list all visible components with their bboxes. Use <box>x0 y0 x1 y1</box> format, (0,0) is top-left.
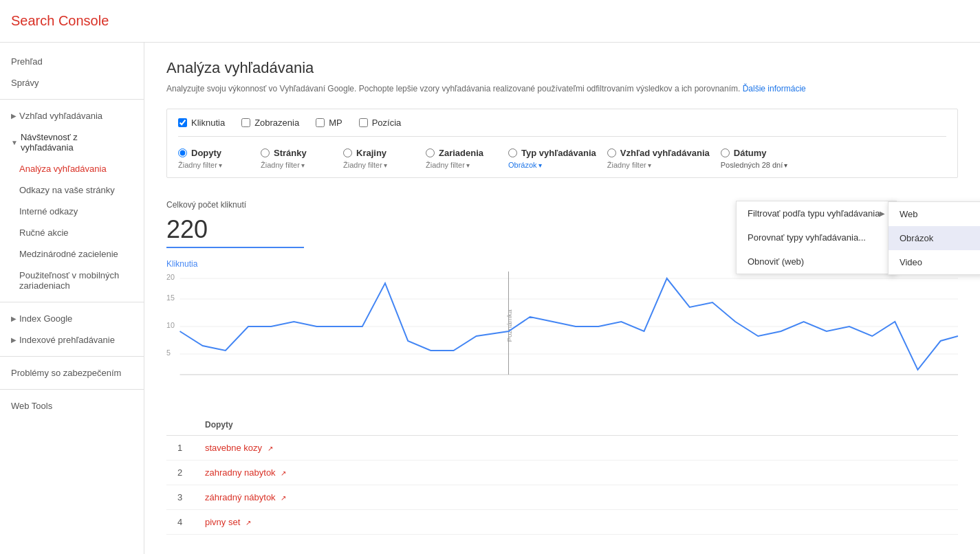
sidebar: Prehľad Správy ▶ Vzhľad vyhľadávania ▼ N… <box>0 43 144 554</box>
chevron-typ: ▾ <box>538 162 542 169</box>
app-title: Search Console <box>11 13 109 29</box>
checkbox-mp[interactable]: MP <box>316 118 342 128</box>
svg-text:5: 5 <box>166 348 171 357</box>
table-row: 1 stavebne kozy ↗ <box>166 436 958 461</box>
expand-icon-index: ▶ <box>11 315 17 322</box>
sidebar-item-vzhlad[interactable]: ▶ Vzhľad vyhľadávania <box>0 105 144 126</box>
filter-radios-row: Dopyty Žiadny filter ▾ Stránky Žiadny fi… <box>178 148 946 169</box>
sidebar-item-rucne[interactable]: Ručné akcie <box>0 222 144 243</box>
sidebar-item-prehlad[interactable]: Prehľad <box>0 51 144 72</box>
dropdown-overlay: Filtrovať podľa typu vyhľadávania ▶ Web … <box>736 201 897 274</box>
dropdown-item-refresh[interactable]: Obnoviť (web) <box>737 250 896 274</box>
checkbox-kliknutia[interactable]: Kliknutia <box>178 118 225 128</box>
filter-dropdown-zariadenia[interactable]: Žiadny filter ▾ <box>426 161 497 169</box>
layout: Prehľad Správy ▶ Vzhľad vyhľadávania ▼ N… <box>0 43 980 554</box>
submenu-item-video[interactable]: Video <box>889 250 980 274</box>
row-query[interactable]: pivny set ↗ <box>194 510 958 535</box>
more-info-link[interactable]: Ďalšie informácie <box>743 84 806 93</box>
submenu-item-web[interactable]: Web <box>889 202 980 226</box>
chevron-stranky: ▾ <box>301 162 305 169</box>
external-link-icon: ↗ <box>246 519 251 527</box>
radio-typ[interactable]: Typ vyhľadávania <box>508 148 596 158</box>
data-table: Dopyty 1 stavebne kozy ↗ 2 zahradny naby… <box>166 414 958 535</box>
filter-dropdown-dopyty[interactable]: Žiadny filter ▾ <box>178 161 250 169</box>
chart-container: 20 15 10 5 Poznámka <box>166 272 958 381</box>
sidebar-item-pouzitelnost[interactable]: Použiteľnosť v mobilných zariadeniach <box>0 265 144 296</box>
row-number: 1 <box>166 436 194 461</box>
sidebar-item-indexove[interactable]: ▶ Indexové prehľadávanie <box>0 329 144 351</box>
chevron-datumy: ▾ <box>784 162 787 169</box>
radio-group-zariadenia: Zariadenia Žiadny filter ▾ <box>426 148 508 169</box>
radio-group-dopyty: Dopyty Žiadny filter ▾ <box>178 148 261 169</box>
filter-checkboxes-row: Kliknutia Zobrazenia MP Pozícia <box>178 118 946 137</box>
chevron-krajiny: ▾ <box>384 162 387 169</box>
dropdown-item-compare[interactable]: Porovnať typy vyhľadávania... <box>737 225 896 250</box>
svg-text:Poznámka: Poznámka <box>505 309 513 342</box>
radio-datumy[interactable]: Dátumy <box>721 148 820 158</box>
row-number: 3 <box>166 485 194 510</box>
sidebar-item-index-google[interactable]: ▶ Index Google <box>0 308 144 329</box>
sidebar-item-medzinarodne[interactable]: Medzinárodné zacielenie <box>0 243 144 265</box>
radio-group-vzhlad: Vzhľad vyhľadávania Žiadny filter ▾ <box>607 148 721 169</box>
external-link-icon: ↗ <box>281 494 286 502</box>
chevron-zariadenia: ▾ <box>466 162 470 169</box>
radio-stranky[interactable]: Stránky <box>261 148 332 158</box>
sidebar-divider-1 <box>0 99 144 100</box>
filter-dropdown-typ[interactable]: Obrázok ▾ <box>508 161 596 169</box>
filter-bar: Kliknutia Zobrazenia MP Pozícia <box>166 109 958 178</box>
chevron-dopyty: ▾ <box>219 162 222 169</box>
sidebar-item-interne[interactable]: Interné odkazy <box>0 201 144 222</box>
dropdown-menu: Filtrovať podľa typu vyhľadávania ▶ Web … <box>736 201 897 274</box>
sidebar-divider-2 <box>0 302 144 302</box>
sidebar-item-webtools[interactable]: Web Tools <box>0 395 144 417</box>
external-link-icon: ↗ <box>268 445 273 452</box>
checkbox-pozicia[interactable]: Pozícia <box>359 118 402 128</box>
sidebar-item-spravy[interactable]: Správy <box>0 72 144 93</box>
expand-icon-navstevnost: ▼ <box>11 139 18 146</box>
svg-text:20: 20 <box>166 273 175 281</box>
radio-krajiny[interactable]: Krajiny <box>343 148 415 158</box>
chevron-vzhlad: ▾ <box>648 162 651 169</box>
stats-underline <box>166 247 304 248</box>
expand-icon-vzhlad: ▶ <box>11 112 17 120</box>
radio-group-stranky: Stránky Žiadny filter ▾ <box>261 148 343 169</box>
svg-text:15: 15 <box>166 293 175 302</box>
radio-group-krajiny: Krajiny Žiadny filter ▾ <box>343 148 426 169</box>
radio-vzhlad[interactable]: Vzhľad vyhľadávania <box>607 148 710 158</box>
sidebar-item-problemy[interactable]: Problémy so zabezpečením <box>0 362 144 384</box>
dropdown-item-filter-type[interactable]: Filtrovať podľa typu vyhľadávania ▶ Web … <box>737 201 896 225</box>
svg-text:10: 10 <box>166 321 175 329</box>
page-title: Analýza vyhľadávania <box>166 59 958 77</box>
line-chart: 20 15 10 5 Poznámka <box>166 272 958 381</box>
sidebar-item-navstevnost[interactable]: ▼ Návštevnosť z vyhľadávania <box>0 126 144 158</box>
radio-group-typ: Typ vyhľadávania Obrázok ▾ <box>508 148 607 169</box>
row-query[interactable]: stavebne kozy ↗ <box>194 436 958 461</box>
submenu: Web Obrázok Video <box>888 201 980 275</box>
filter-dropdown-stranky[interactable]: Žiadny filter ▾ <box>261 161 332 169</box>
sidebar-divider-4 <box>0 389 144 390</box>
row-query[interactable]: záhradný nábytok ↗ <box>194 485 958 510</box>
chart-line <box>180 278 958 370</box>
col-num <box>166 414 194 436</box>
main-content: Analýza vyhľadávania Analyzujte svoju vý… <box>144 43 980 554</box>
table-row: 2 zahradny nabytok ↗ <box>166 461 958 485</box>
filter-dropdown-krajiny[interactable]: Žiadny filter ▾ <box>343 161 415 169</box>
sidebar-divider-3 <box>0 356 144 357</box>
data-table-container: Dopyty 1 stavebne kozy ↗ 2 zahradny naby… <box>166 414 958 535</box>
sidebar-item-analyza[interactable]: Analýza vyhľadávania <box>0 158 144 179</box>
checkbox-zobrazenia[interactable]: Zobrazenia <box>241 118 299 128</box>
expand-icon-indexove: ▶ <box>11 336 17 344</box>
external-link-icon: ↗ <box>281 469 286 477</box>
filter-dropdown-vzhlad[interactable]: Žiadny filter ▾ <box>607 161 710 169</box>
radio-group-datumy: Dátumy Posledných 28 dní ▾ <box>721 148 831 169</box>
submenu-item-obrazok[interactable]: Obrázok <box>889 226 980 250</box>
row-query[interactable]: zahradny nabytok ↗ <box>194 461 958 485</box>
table-row: 3 záhradný nábytok ↗ <box>166 485 958 510</box>
radio-dopyty[interactable]: Dopyty <box>178 148 250 158</box>
row-number: 4 <box>166 510 194 535</box>
filter-dropdown-datumy[interactable]: Posledných 28 dní ▾ <box>721 161 820 169</box>
row-number: 2 <box>166 461 194 485</box>
submenu-arrow-icon: ▶ <box>880 210 885 217</box>
radio-zariadenia[interactable]: Zariadenia <box>426 148 497 158</box>
sidebar-item-odkazy[interactable]: Odkazy na vaše stránky <box>0 179 144 201</box>
